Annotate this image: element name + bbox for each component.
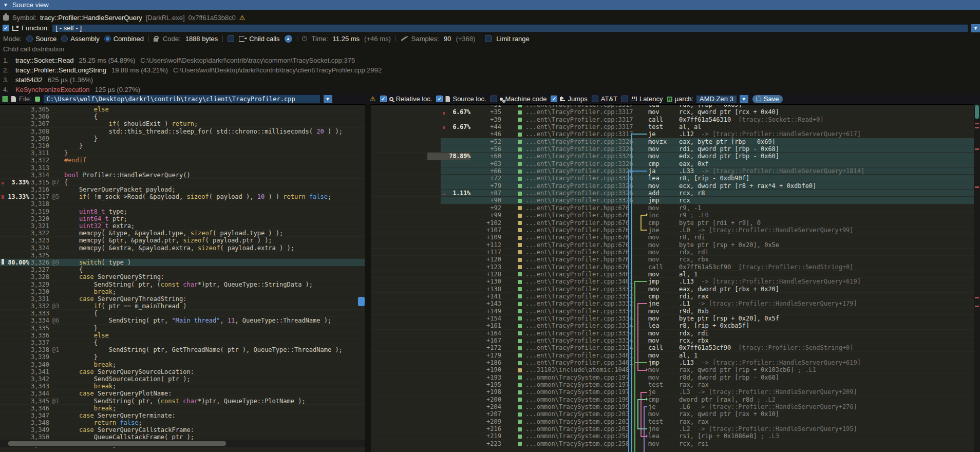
child-call-item[interactable]: 3.stat64i32625 µs (1.36%) [0, 75, 980, 85]
source-line[interactable]: 3,323 memcpy( &ptr, &payload.ptr, sizeof… [0, 237, 365, 244]
source-line[interactable]: 3,331 case ServerQueryThreadString: [0, 295, 365, 303]
source-line[interactable]: 3,320 uint64_t ptr; [0, 215, 365, 222]
asm-row[interactable]: +193...ommon\TracySystem.cpp:197movr8d, … [371, 374, 974, 381]
source-line[interactable]: 3,316 ServerQueryPacket payload; [0, 186, 365, 193]
asm-row[interactable]: +164...ent\TracyProfiler.cpp:3334movrdx,… [371, 330, 974, 337]
assembly-pane[interactable]: +31...ent\TracyProfiler.cpp:3317leardx, … [371, 104, 974, 452]
checkbox-icon[interactable] [436, 96, 443, 102]
checkbox-icon[interactable] [491, 96, 497, 102]
source-line[interactable]: 3,318 [0, 200, 365, 208]
function-dropdown-button[interactable]: ▼ [971, 24, 980, 32]
pane-divider[interactable] [365, 104, 371, 452]
source-line[interactable]: 3,311} [0, 149, 365, 157]
asm-row[interactable]: +179...ent\TracyProfiler.cpp:3401moval, … [371, 352, 974, 359]
source-line[interactable]: 3,330 break; [0, 288, 365, 295]
asm-row[interactable]: +66...ent\TracyProfiler.cpp:3326ja.L33 -… [371, 167, 974, 175]
asm-row[interactable]: +128...ent\TracyProfiler.cpp:3401moval, … [371, 271, 974, 278]
checkbox-icon[interactable] [380, 96, 387, 102]
asm-row[interactable]: +149...ent\TracyProfiler.cpp:3334movr9d,… [371, 308, 974, 315]
child-calls-checkbox[interactable] [228, 35, 234, 42]
source-line[interactable]: 3,334@6 SendString( ptr, "Main thread", … [0, 317, 365, 324]
asm-row[interactable]: +223...ommon\TracySystem.cpp:258movrcx, … [371, 440, 974, 447]
asm-row[interactable]: +56...ent\TracyProfiler.cpp:3326movrdi, … [371, 145, 974, 153]
asm-row[interactable]: +207...ommon\TracySystem.cpp:203movrax, … [371, 410, 974, 418]
toolbar-toggle-source-loc-[interactable]: Source loc. [436, 95, 486, 103]
mode-radio-source[interactable]: Source [26, 35, 56, 43]
source-line[interactable]: 3,309 } [0, 135, 365, 142]
source-line[interactable]: 3,344 case ServerQueryPlotName: [0, 390, 365, 397]
function-combo[interactable]: [ - self - ] [52, 24, 968, 32]
source-line[interactable]: 3,346 break; [0, 405, 365, 412]
source-line[interactable]: 3,308 std::this_thread::sleep_for( std::… [0, 128, 365, 135]
source-line[interactable]: 80.00%3,326@9 switch( type ) [0, 259, 365, 266]
child-calls-collapse-button[interactable]: ▲ [285, 35, 292, 43]
uarch-combo[interactable]: AMD Zen 3 [696, 95, 737, 103]
source-line[interactable]: 3,337 { [0, 339, 365, 346]
asm-row[interactable]: +138...ent\TracyProfiler.cpp:3332moveax,… [371, 286, 974, 293]
source-line[interactable]: 3,312#endif [0, 157, 365, 164]
checkbox-icon[interactable] [621, 96, 628, 102]
source-line[interactable]: 3,349 case ServerQueryCallstackFrame: [0, 426, 365, 434]
asm-row[interactable]: +90...ent\TracyProfiler.cpp:3326jmprcx [371, 197, 974, 204]
asm-row[interactable]: +112...ent\TracyProfiler.hpp:676movbyte … [371, 241, 974, 249]
asm-row[interactable]: +117...ent\TracyProfiler.hpp:676movrdx, … [371, 249, 974, 256]
asm-row[interactable]: +107...ent\TracyProfiler.hpp:676jne.L0 -… [371, 227, 974, 234]
asm-row[interactable]: 6.67%+35...ent\TracyProfiler.cpp:3317mov… [371, 108, 974, 116]
assembly-vertical-scrollbar[interactable] [974, 104, 980, 452]
asm-row[interactable]: +130...ent\TracyProfiler.cpp:3401jmp.L13… [371, 278, 974, 285]
source-line[interactable]: 3,305 else [0, 106, 365, 113]
source-line[interactable]: 3,327 { [0, 266, 365, 273]
toolbar-toggle-jumps[interactable]: Jumps [551, 95, 587, 103]
source-line[interactable]: 13.33%3,317@5 if( !m_sock->Read( &payloa… [0, 193, 365, 200]
radio-icon[interactable] [104, 35, 111, 42]
child-call-item[interactable]: 1.tracy::Socket::Read25.25 ms (54.89%)C:… [0, 55, 980, 65]
source-line[interactable]: 3,319 uint8_t type; [0, 208, 365, 215]
asm-row[interactable]: +198...ommon\TracySystem.cpp:197je.L3 ->… [371, 388, 974, 396]
source-line[interactable]: 3,340 break; [0, 361, 365, 368]
function-checkbox[interactable] [3, 25, 9, 31]
toolbar-toggle-relative-loc-[interactable]: Relative loc. [380, 95, 432, 103]
asm-row[interactable]: +216...ommon\TracySystem.cpp:203jne.L2 -… [371, 425, 974, 432]
source-line[interactable]: 3,306 { [0, 113, 365, 120]
asm-row[interactable]: +31...ent\TracyProfiler.cpp:3317leardx, … [371, 104, 974, 108]
asm-row[interactable]: +120...ent\TracyProfiler.hpp:676movrcx, … [371, 256, 974, 263]
source-line[interactable]: 3,335 } [0, 325, 365, 332]
save-button[interactable]: Save [752, 95, 783, 103]
asm-row[interactable]: +209...ommon\TracySystem.cpp:203testrax,… [371, 418, 974, 425]
source-line[interactable]: 3,348 return false; [0, 419, 365, 426]
checkbox-icon[interactable] [551, 96, 557, 102]
source-line[interactable]: 3,341 case ServerQuerySourceLocation: [0, 368, 365, 375]
asm-row[interactable]: +190...31103\include\atomic:1048movrax, … [371, 366, 974, 373]
source-line[interactable]: 3,328 case ServerQueryString: [0, 273, 365, 280]
file-dropdown-button[interactable]: ▼ [324, 95, 332, 103]
source-vertical-scrollbar-handle[interactable] [358, 297, 365, 306]
source-line[interactable]: 3,333 { [0, 310, 365, 317]
asm-row[interactable]: +219...ommon\TracySystem.cpp:258learsi, … [371, 432, 974, 440]
source-line[interactable]: 3.33%3,315@7{ [0, 179, 365, 186]
titlebar[interactable]: ▼ Source view [0, 0, 980, 10]
source-horizontal-scrollbar[interactable] [0, 440, 365, 447]
file-combo[interactable]: C:\Users\wolf\Desktop\darkrl\contrib\tra… [43, 95, 321, 103]
source-line[interactable]: 3,324 memcpy( &extra, &payload.extra, si… [0, 244, 365, 252]
radio-icon[interactable] [26, 35, 33, 42]
asm-row[interactable]: +200...ommon\TracySystem.cpp:199cmpdword… [371, 396, 974, 403]
source-files-icon[interactable] [2, 96, 8, 102]
mode-radio-assembly[interactable]: Assembly [61, 35, 99, 43]
uarch-dropdown-button[interactable]: ▼ [740, 95, 748, 103]
radio-icon[interactable] [61, 35, 68, 42]
asm-row[interactable]: +99...ent\TracyProfiler.hpp:676incr9 ; .… [371, 212, 974, 219]
asm-row[interactable]: 78.89%+60...ent\TracyProfiler.cpp:3326mo… [371, 153, 974, 160]
source-line[interactable]: 3,332@3 if( ptr == m_mainThread ) [0, 303, 365, 310]
toolbar-toggle-at-t[interactable]: AT&T [592, 95, 617, 103]
source-line[interactable]: 3,325 [0, 252, 365, 259]
source-line[interactable]: 3,342 SendSourceLocation( ptr ); [0, 375, 365, 383]
limit-range-checkbox[interactable] [485, 35, 492, 42]
scrollbar-handle[interactable] [8, 441, 226, 446]
asm-row[interactable]: +102...ent\TracyProfiler.hpp:676cmpbyte … [371, 219, 974, 227]
asm-row[interactable]: +63...ent\TracyProfiler.cpp:3326cmpeax, … [371, 160, 974, 167]
asm-row[interactable]: +172...ent\TracyProfiler.cpp:3334call0x7… [371, 344, 974, 351]
asm-row[interactable]: +161...ent\TracyProfiler.cpp:3334lear8, … [371, 322, 974, 329]
collapse-icon[interactable]: ▼ [3, 2, 8, 8]
asm-row[interactable]: +123...ent\TracyProfiler.hpp:676call0x7f… [371, 263, 974, 271]
asm-row[interactable]: 1.11%+87...ent\TracyProfiler.cpp:3326add… [371, 190, 974, 197]
